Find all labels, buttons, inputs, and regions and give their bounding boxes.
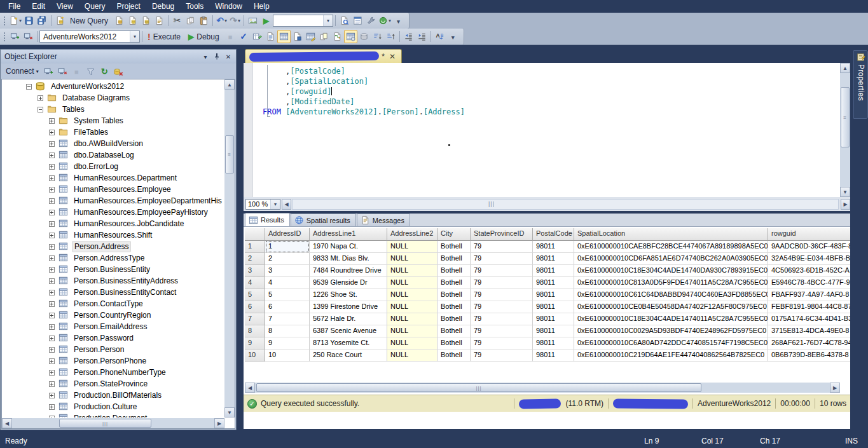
grid-cell[interactable]: NULL [387,313,437,325]
disconnect-tree-button[interactable] [56,65,69,78]
sql-editor[interactable]: ,[PostalCode] ,[SpatialLocation] ,[rowgu… [244,63,840,197]
tree-node-database-diagrams[interactable]: Database Diagrams [2,92,224,104]
results-tab-results[interactable]: Results [245,213,290,226]
grid-cell[interactable]: 4C506923-6D1B-452C-A [768,265,850,277]
grid-cell[interactable]: 98011 [533,241,574,253]
expand-icon[interactable] [49,233,55,238]
tree-node-person-emailaddress[interactable]: Person.EmailAddress [2,321,224,332]
connect-button[interactable] [8,30,22,43]
grid-cell[interactable]: Bothell [437,337,471,350]
grid-cell[interactable]: 79 [471,337,533,350]
grid-cell[interactable]: 6387 Scenic Avenue [310,325,387,337]
grid-cell[interactable]: 98011 [533,301,574,313]
grid-cell[interactable]: 2 [265,253,310,265]
query-document-tab[interactable]: * ✕ [245,49,402,63]
expand-icon[interactable] [49,278,55,284]
copy-template-button[interactable] [317,30,331,43]
row-number-cell[interactable]: 7 [245,313,265,325]
combo-dropdown-icon[interactable]: ▾ [130,31,139,42]
dropdown-icon[interactable]: ▾ [389,18,391,24]
tree-node-production-document[interactable]: Production.Document [2,412,224,417]
expand-icon[interactable] [38,95,43,101]
grid-cell[interactable]: 98011 [533,253,574,265]
tree-node-humanresources-employeepayhistory[interactable]: HumanResources.EmployeePayHistory [2,207,224,218]
grid-cell[interactable]: Bothell [437,350,471,362]
expand-icon[interactable] [49,301,55,307]
grid-cell[interactable]: 79 [471,277,533,289]
results-text-button[interactable] [264,30,277,43]
row-number-cell[interactable]: 1 [245,241,265,253]
tools-button[interactable] [364,14,378,27]
query-options-button[interactable] [344,30,357,43]
tree-node-system-tables[interactable]: System Tables [2,115,224,126]
pin-icon[interactable] [212,51,222,62]
grid-cell[interactable]: 3715E813-4DCA-49E0-8 [768,325,850,337]
grid-cell[interactable]: 0175A174-6C34-4D41-B3 [768,313,850,325]
grid-cell[interactable]: E5946C78-4BCC-477F-9 [768,277,850,289]
expand-icon[interactable] [49,244,55,250]
filter-button[interactable] [84,65,97,78]
row-number-cell[interactable]: 3 [245,265,265,277]
tree-node-production-culture[interactable]: Production.Culture [2,401,224,412]
menu-edit[interactable]: Edit [26,1,51,13]
tree-horizontal-scrollbar[interactable]: ◀ ||| ▶ [2,418,224,428]
search-combo[interactable]: ▾ [273,15,333,27]
expand-icon[interactable] [49,416,55,418]
tree-node-person-addresstype[interactable]: Person.AddressType [2,252,224,264]
results-tab-messages[interactable]: Messages [357,214,410,226]
results-horizontal-scrollbar[interactable]: ◀ ||| ▶ [245,383,840,393]
grid-cell[interactable]: 98011 [533,277,574,289]
tree-node-humanresources-employeedepartmenthis[interactable]: HumanResources.EmployeeDepartmentHis [2,195,224,207]
intellisense-button[interactable] [357,30,371,43]
grid-cell[interactable]: 0xE6100000010C219D64AE1FE4474040862564B7… [574,350,768,362]
row-number-cell[interactable]: 8 [245,325,265,337]
expand-icon[interactable] [49,267,55,273]
xmla-query-button[interactable] [139,14,153,27]
grid-cell[interactable]: Bothell [437,277,471,289]
grid-cell[interactable]: Bothell [437,253,471,265]
expand-icon[interactable] [49,347,55,353]
zoom-selector[interactable]: 100 %▾ [245,199,280,210]
connect-tree-button[interactable] [42,65,55,78]
toolbar-grip[interactable] [3,16,6,26]
tree-node-humanresources-shift[interactable]: HumanResources.Shift [2,229,224,241]
grid-cell[interactable]: 250 Race Court [310,350,387,362]
refresh-button[interactable]: ↻ [98,65,111,78]
grid-cell[interactable]: 0xE6100000010C0029A5D93BDF4740E248962FD5… [574,325,768,337]
grid-cell[interactable]: 7 [265,313,310,325]
grid-cell[interactable]: 6 [265,301,310,313]
tree-node-person-stateprovince[interactable]: Person.StateProvince [2,378,224,390]
row-number-cell[interactable]: 2 [245,253,265,265]
tree-node-dbo-databaselog[interactable]: dbo.DatabaseLog [2,149,224,161]
grid-cell[interactable]: 0xE6100000010C61C64D8ABBD94740C460EA3FD8… [574,289,768,301]
grid-cell[interactable]: 0xE6100000010CD6FA851AE6D74740BC262A0A03… [574,253,768,265]
menu-tools[interactable]: Tools [180,1,209,13]
grid-cell[interactable]: 79 [471,313,533,325]
editor-hscroll-left-icon[interactable]: ◀ [282,199,291,210]
expand-icon[interactable] [49,381,55,387]
cut-button[interactable]: ✂ [170,14,184,27]
grid-cell[interactable]: 79 [471,301,533,313]
grid-cell[interactable]: 8 [265,325,310,337]
close-icon[interactable]: ✕ [223,51,233,62]
expand-icon[interactable] [49,175,55,181]
grid-cell[interactable]: 1399 Firestone Drive [310,301,387,313]
column-header-addressid[interactable]: AddressID [265,228,310,241]
tree-node-dbo-awbuildversion[interactable]: dbo.AWBuildVersion [2,138,224,149]
grid-cell[interactable]: 98011 [533,350,574,362]
menu-project[interactable]: Project [111,1,146,13]
indent-dec-button[interactable] [402,30,415,43]
tree-node-person-countryregion[interactable]: Person.CountryRegion [2,309,224,321]
grid-cell[interactable]: 0xE6100000010C6A80AD742DDC4740851574F719… [574,337,768,350]
grid-cell[interactable]: Bothell [437,241,471,253]
menu-window[interactable]: Window [209,1,248,13]
grid-cell[interactable]: 79 [471,325,533,337]
available-databases-combo[interactable]: AdventureWorks2012▾ [39,31,140,43]
expand-icon[interactable] [49,210,55,215]
expand-icon[interactable] [49,404,55,410]
row-number-cell[interactable]: 10 [245,350,265,362]
menu-help[interactable]: Help [248,1,275,13]
tree-node-production-billofmaterials[interactable]: Production.BillOfMaterials [2,390,224,401]
column-header-spatiallocation[interactable]: SpatialLocation [574,228,768,241]
column-header-addressline2[interactable]: AddressLine2 [387,228,437,241]
